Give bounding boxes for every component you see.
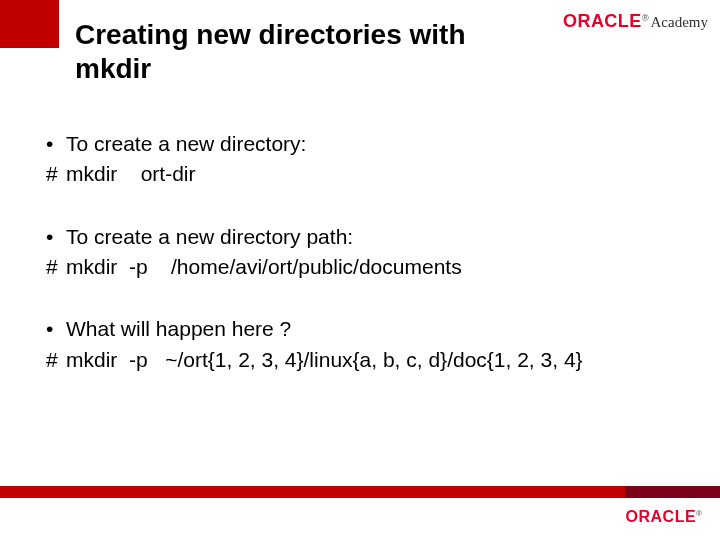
command-text: mkdir ort-dir: [66, 160, 676, 188]
bullet-icon: •: [46, 223, 66, 251]
command-line: # mkdir -p ~/ort{1, 2, 3, 4}/linux{a, b,…: [46, 346, 676, 374]
command-line: # mkdir -p /home/avi/ort/public/document…: [46, 253, 676, 281]
registered-mark: ®: [642, 13, 649, 23]
slide: Creating new directories with mkdir ORAC…: [0, 0, 720, 540]
bullet-text: What will happen here ?: [66, 315, 676, 343]
prompt-hash: #: [46, 253, 66, 281]
bullet-group: • What will happen here ? # mkdir -p ~/o…: [46, 315, 676, 374]
oracle-word: ORACLE: [563, 12, 642, 30]
slide-body: • To create a new directory: # mkdir ort…: [46, 130, 676, 408]
bullet-line: • What will happen here ?: [46, 315, 676, 343]
registered-mark: ®: [696, 509, 702, 518]
bullet-line: • To create a new directory path:: [46, 223, 676, 251]
prompt-hash: #: [46, 160, 66, 188]
bullet-icon: •: [46, 315, 66, 343]
footer-accent-bar: [0, 486, 720, 498]
oracle-word: ORACLE: [626, 509, 697, 525]
bullet-icon: •: [46, 130, 66, 158]
accent-block: [0, 0, 59, 48]
prompt-hash: #: [46, 346, 66, 374]
command-text: mkdir -p ~/ort{1, 2, 3, 4}/linux{a, b, c…: [66, 346, 676, 374]
command-text: mkdir -p /home/avi/ort/public/documents: [66, 253, 676, 281]
bullet-line: • To create a new directory:: [46, 130, 676, 158]
oracle-academy-logo: ORACLE®Academy: [563, 12, 708, 31]
slide-title: Creating new directories with mkdir: [75, 18, 515, 85]
command-line: # mkdir ort-dir: [46, 160, 676, 188]
bullet-text: To create a new directory path:: [66, 223, 676, 251]
bullet-group: • To create a new directory path: # mkdi…: [46, 223, 676, 282]
academy-word: Academy: [651, 14, 708, 31]
oracle-footer-logo: ORACLE®: [626, 508, 702, 526]
bullet-text: To create a new directory:: [66, 130, 676, 158]
bullet-group: • To create a new directory: # mkdir ort…: [46, 130, 676, 189]
